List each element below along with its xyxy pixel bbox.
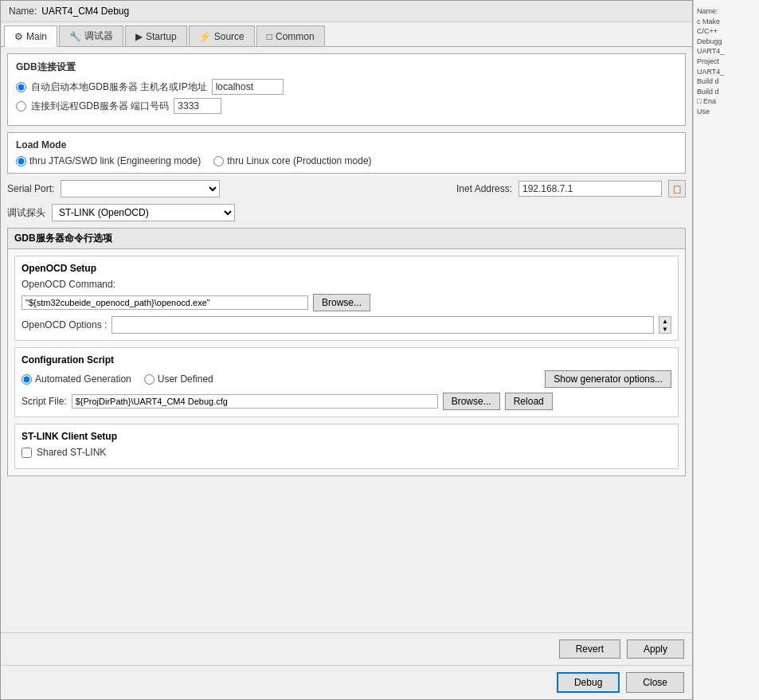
- stlink-client-box: ST-LINK Client Setup Shared ST-LINK: [14, 424, 679, 469]
- options-label: OpenOCD Options :: [22, 319, 107, 330]
- name-label: Name:: [9, 6, 37, 17]
- options-row: OpenOCD Options : ▲ ▼: [22, 316, 671, 334]
- debug-probe-label: 调试探头: [7, 206, 45, 220]
- main-tab-icon: ⚙: [14, 31, 23, 42]
- inet-address-input[interactable]: [518, 181, 662, 197]
- gdb-server-title: GDB服务器命令行选项: [8, 229, 685, 249]
- script-browse-button[interactable]: Browse...: [443, 393, 500, 410]
- source-tab-icon: ⚡: [199, 31, 211, 42]
- command-label: OpenOCD Command:: [22, 279, 115, 290]
- load-mode-row: thru JTAG/SWD link (Engineering mode) th…: [16, 155, 677, 166]
- right-line-11: Use: [697, 107, 756, 117]
- right-line-9: Build d: [697, 87, 756, 97]
- tab-common[interactable]: □ Common: [256, 25, 325, 46]
- right-panel-content: Name: c Make C/C++ Debugg UART4_ Project…: [697, 6, 756, 117]
- right-line-6: Project: [697, 57, 756, 67]
- script-reload-button[interactable]: Reload: [505, 393, 553, 410]
- command-row: Browse...: [22, 294, 671, 311]
- bottom-buttons: Revert Apply: [1, 632, 692, 665]
- debug-probe-dropdown[interactable]: ST-LINK (OpenOCD) J-Link OpenOCD: [52, 204, 235, 221]
- tabs-bar: ⚙ Main 🔧 调试器 ▶ Startup ⚡ Source □ Common: [1, 22, 692, 47]
- openocd-options-input[interactable]: [112, 316, 654, 334]
- shared-stlink-label: Shared ST-LINK: [37, 447, 106, 458]
- startup-tab-icon: ▶: [135, 31, 143, 42]
- openocd-command-input[interactable]: [22, 295, 308, 310]
- config-name: UART4_CM4 Debug: [41, 6, 129, 17]
- tab-common-label: Common: [276, 31, 315, 42]
- tab-startup[interactable]: ▶ Startup: [125, 25, 187, 46]
- script-file-input[interactable]: [72, 394, 438, 409]
- gdb-section: GDB连接设置 自动启动本地GDB服务器 主机名或IP地址 连接到远程GDB服务…: [7, 53, 686, 126]
- openocd-browse-button[interactable]: Browse...: [313, 294, 370, 311]
- debugger-tab-icon: 🔧: [69, 31, 81, 42]
- stlink-title: ST-LINK Client Setup: [22, 431, 671, 442]
- openocd-setup-title: OpenOCD Setup: [22, 263, 671, 274]
- user-defined-label: User Defined: [158, 373, 213, 385]
- show-generator-button[interactable]: Show generator options...: [545, 370, 671, 388]
- automated-label: Automated Generation: [35, 373, 131, 385]
- right-line-4: Debugg: [697, 37, 756, 47]
- port-input[interactable]: [174, 98, 221, 114]
- serial-label: Serial Port:: [7, 183, 54, 194]
- right-panel: Name: c Make C/C++ Debugg UART4_ Project…: [693, 0, 759, 700]
- jtag-radio[interactable]: [16, 156, 26, 166]
- config-script-title: Configuration Script: [22, 354, 671, 366]
- gdb-server-section: GDB服务器命令行选项 OpenOCD Setup OpenOCD Comman…: [7, 228, 686, 476]
- automated-radio[interactable]: [22, 374, 32, 385]
- hostname-input[interactable]: [212, 79, 284, 95]
- options-spinner[interactable]: ▲ ▼: [659, 316, 671, 334]
- tab-debugger-label: 调试器: [84, 29, 113, 43]
- inet-label: Inet Address:: [456, 183, 512, 194]
- script-file-label: Script File:: [22, 396, 67, 407]
- linux-core-radio[interactable]: [213, 156, 224, 166]
- command-label-row: OpenOCD Command:: [22, 279, 671, 290]
- openocd-setup-box: OpenOCD Setup OpenOCD Command: Browse...…: [14, 256, 679, 341]
- load-mode-title: Load Mode: [16, 139, 677, 151]
- auto-start-radio[interactable]: [16, 82, 26, 92]
- script-file-row: Script File: Browse... Reload: [22, 393, 671, 410]
- serial-port-dropdown[interactable]: [61, 180, 220, 197]
- shared-stlink-checkbox[interactable]: [22, 448, 32, 458]
- right-line-5: UART4_: [697, 46, 756, 57]
- tab-startup-label: Startup: [146, 31, 177, 42]
- tab-main-label: Main: [26, 31, 47, 42]
- user-defined-radio[interactable]: [144, 374, 155, 385]
- right-line-10: □ Ena: [697, 96, 756, 107]
- config-script-box: Configuration Script Automated Generatio…: [14, 347, 679, 417]
- right-line-7: UART4_: [697, 67, 756, 77]
- tab-main[interactable]: ⚙ Main: [4, 25, 57, 47]
- remote-row: 连接到远程GDB服务器 端口号码: [16, 98, 677, 114]
- gdb-server-body: OpenOCD Setup OpenOCD Command: Browse...…: [8, 249, 685, 475]
- right-line-3: C/C++: [697, 26, 756, 37]
- right-line-1: Name:: [697, 6, 756, 17]
- close-button[interactable]: Close: [626, 672, 684, 693]
- serial-inet-row: Serial Port: Inet Address: 📋: [7, 180, 686, 197]
- linux-label: thru Linux core (Production mode): [227, 155, 371, 166]
- auto-start-label: 自动启动本地GDB服务器 主机名或IP地址: [31, 80, 207, 94]
- apply-button[interactable]: Apply: [627, 639, 684, 659]
- debug-probe-row: 调试探头 ST-LINK (OpenOCD) J-Link OpenOCD: [7, 204, 686, 221]
- tab-source[interactable]: ⚡ Source: [189, 25, 255, 46]
- revert-button[interactable]: Revert: [559, 639, 620, 659]
- remote-label: 连接到远程GDB服务器 端口号码: [31, 100, 169, 113]
- common-tab-icon: □: [267, 31, 272, 42]
- gdb-radio-group: 自动启动本地GDB服务器 主机名或IP地址 连接到远程GDB服务器 端口号码: [16, 79, 677, 114]
- gdb-section-title: GDB连接设置: [16, 61, 677, 74]
- tab-source-label: Source: [214, 31, 245, 42]
- remote-radio[interactable]: [16, 101, 26, 111]
- right-line-2: c Make: [697, 17, 756, 27]
- copy-inet-button[interactable]: 📋: [668, 180, 686, 197]
- dialog-buttons: Debug Close: [1, 665, 692, 699]
- jtag-label: thru JTAG/SWD link (Engineering mode): [29, 155, 201, 166]
- main-content: GDB连接设置 自动启动本地GDB服务器 主机名或IP地址 连接到远程GDB服务…: [1, 47, 692, 632]
- right-line-8: Build d: [697, 76, 756, 87]
- tab-debugger[interactable]: 🔧 调试器: [59, 25, 123, 46]
- auto-user-row: Automated Generation User Defined Show g…: [22, 370, 671, 388]
- load-mode-section: Load Mode thru JTAG/SWD link (Engineerin…: [7, 132, 686, 174]
- auto-start-row: 自动启动本地GDB服务器 主机名或IP地址: [16, 79, 677, 95]
- shared-stlink-row: Shared ST-LINK: [22, 447, 671, 458]
- debug-button[interactable]: Debug: [557, 672, 620, 693]
